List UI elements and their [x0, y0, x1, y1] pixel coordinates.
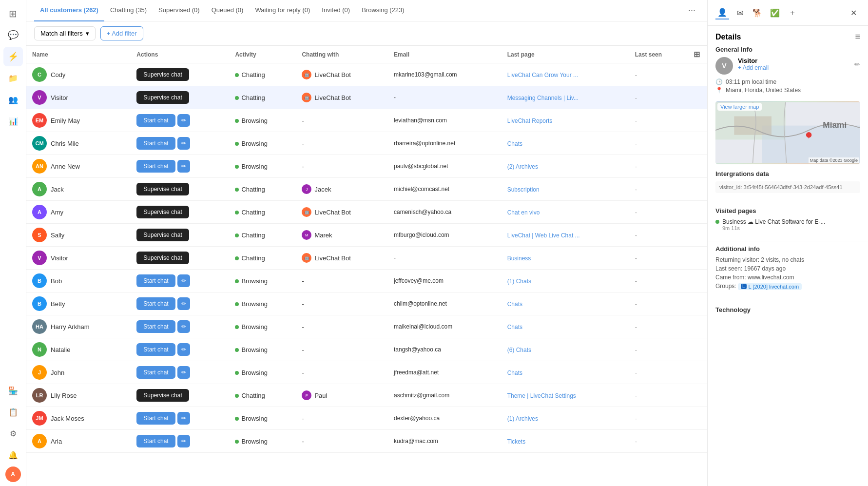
user-avatar[interactable]: A — [5, 467, 21, 482]
last-page-link[interactable]: Chats — [507, 140, 522, 147]
row-options-cell — [688, 63, 707, 86]
start-chat-button[interactable]: Start chat — [136, 274, 175, 287]
sidebar-item-chat[interactable]: 💬 — [3, 25, 23, 45]
last-page-link[interactable]: LiveChat | Web Live Chat ... — [507, 232, 580, 239]
tabs-more-button[interactable]: ··· — [684, 3, 699, 18]
sidebar-item-marketplace[interactable]: 🏪 — [3, 381, 23, 400]
edit-customer-button[interactable]: ✏ — [177, 137, 190, 150]
table-row[interactable]: A Jack Supervise chatChattingJJacekmichi… — [26, 178, 707, 201]
table-row[interactable]: JM Jack Moses Start chat✏Browsing-dexter… — [26, 407, 707, 430]
last-page-link[interactable]: LiveChat Can Grow Your ... — [507, 72, 578, 78]
supervise-chat-button[interactable]: Supervise chat — [136, 389, 189, 402]
last-page-link[interactable]: Business — [507, 255, 531, 262]
edit-customer-button[interactable]: ✏ — [177, 412, 190, 425]
chatting-with-cell: - — [296, 338, 388, 361]
view-larger-map-link[interactable]: View larger map — [717, 103, 762, 111]
tab-all-customers[interactable]: All customers (262) — [34, 0, 104, 21]
table-row[interactable]: A Amy Supervise chatChatting🤖LiveChat Bo… — [26, 201, 707, 224]
last-page-link[interactable]: Theme | LiveChat Settings — [507, 392, 576, 399]
last-page-link[interactable]: Chats — [507, 324, 522, 330]
sidebar-item-home[interactable]: ⊞ — [3, 4, 23, 23]
last-page-link[interactable]: Chat en vivo — [507, 209, 540, 216]
table-row[interactable]: B Bob Start chat✏Browsing-jeffcovey@me.c… — [26, 270, 707, 292]
start-chat-button[interactable]: Start chat — [136, 160, 175, 173]
start-chat-button[interactable]: Start chat — [136, 343, 175, 356]
table-row[interactable]: V Visitor Supervise chatChatting🤖LiveCha… — [26, 247, 707, 270]
table-row[interactable]: S Sally Supervise chatChattingMMarekmfbu… — [26, 224, 707, 247]
panel-icon-person[interactable]: 👤 — [715, 6, 729, 19]
last-page-link[interactable]: (6) Chats — [507, 347, 531, 353]
tab-queued[interactable]: Queued (0) — [206, 0, 250, 21]
table-row[interactable]: EM Emily May Start chat✏Browsing-leviath… — [26, 109, 707, 132]
tab-supervised[interactable]: Supervised (0) — [153, 0, 206, 21]
sidebar-item-team[interactable]: 👥 — [3, 90, 23, 109]
table-row[interactable]: CM Chris Mile Start chat✏Browsing-rbarre… — [26, 132, 707, 155]
tab-browsing[interactable]: Browsing (223) — [356, 0, 410, 21]
start-chat-button[interactable]: Start chat — [136, 435, 175, 447]
columns-icon[interactable]: ⊞ — [694, 50, 700, 58]
action-cell: Start chat✏ — [131, 430, 229, 453]
supervise-chat-button[interactable]: Supervise chat — [136, 183, 189, 195]
panel-icon-plus[interactable]: ＋ — [786, 6, 799, 19]
start-chat-button[interactable]: Start chat — [136, 412, 175, 425]
start-chat-button[interactable]: Start chat — [136, 366, 175, 379]
supervise-chat-button[interactable]: Supervise chat — [136, 252, 189, 264]
sidebar-item-settings[interactable]: ⚙ — [3, 424, 23, 443]
add-filter-button[interactable]: + Add filter — [100, 26, 143, 40]
edit-customer-button[interactable]: ✏ — [177, 366, 190, 379]
sidebar-item-billing[interactable]: 📋 — [3, 402, 23, 422]
sidebar-item-archives[interactable]: 📁 — [3, 68, 23, 88]
table-row[interactable]: V Visitor Supervise chatChatting🤖LiveCha… — [26, 86, 707, 109]
sidebar-item-reports[interactable]: 📊 — [3, 111, 23, 131]
start-chat-button[interactable]: Start chat — [136, 114, 175, 127]
visited-page-time: 9m 11s — [722, 225, 825, 231]
table-row[interactable]: C Cody Supervise chatChatting🤖LiveChat B… — [26, 63, 707, 86]
edit-customer-button[interactable]: ✏ — [177, 160, 190, 173]
tab-invited[interactable]: Invited (0) — [316, 0, 356, 21]
table-row[interactable]: B Betty Start chat✏Browsing-chlim@optonl… — [26, 292, 707, 315]
last-page-link[interactable]: Chats — [507, 301, 522, 308]
table-row[interactable]: HA Harry Arkham Start chat✏Browsing-maik… — [26, 315, 707, 338]
details-filter-icon[interactable]: ≡ — [855, 32, 860, 42]
last-page-link[interactable]: Chats — [507, 369, 522, 376]
table-row[interactable]: N Natalie Start chat✏Browsing-tangsh@yah… — [26, 338, 707, 361]
last-page-link[interactable]: (2) Archives — [507, 163, 538, 170]
edit-customer-button[interactable]: ✏ — [177, 435, 190, 447]
edit-customer-button[interactable]: ✏ — [177, 114, 190, 127]
edit-customer-button[interactable]: ✏ — [177, 297, 190, 310]
panel-icon-check[interactable]: ✅ — [768, 6, 782, 19]
supervise-chat-button[interactable]: Supervise chat — [136, 206, 189, 218]
sidebar-item-engage[interactable]: ⚡ — [3, 47, 23, 66]
start-chat-button[interactable]: Start chat — [136, 297, 175, 310]
last-page-link[interactable]: (1) Archives — [507, 415, 538, 422]
add-email-link[interactable]: + Add email — [738, 64, 769, 71]
supervise-chat-button[interactable]: Supervise chat — [136, 229, 189, 241]
table-row[interactable]: J John Start chat✏Browsing-jfreedma@att.… — [26, 361, 707, 384]
supervise-chat-button[interactable]: Supervise chat — [136, 91, 189, 104]
col-options[interactable]: ⊞ — [688, 46, 707, 63]
close-panel-button[interactable]: ✕ — [847, 6, 860, 19]
start-chat-button[interactable]: Start chat — [136, 320, 175, 333]
match-all-filters-dropdown[interactable]: Match all filters ▾ — [34, 26, 96, 40]
panel-icon-dog[interactable]: 🐕 — [751, 6, 764, 19]
start-chat-button[interactable]: Start chat — [136, 137, 175, 150]
tab-waiting[interactable]: Waiting for reply (0) — [249, 0, 316, 21]
visitor-avatar: V — [715, 57, 733, 75]
last-page-link[interactable]: Subscription — [507, 186, 540, 193]
sidebar-item-news[interactable]: 🔔 — [3, 445, 23, 465]
last-page-link[interactable]: Messaging Channels | Liv... — [507, 95, 579, 101]
tab-chatting[interactable]: Chatting (35) — [104, 0, 153, 21]
last-page-link[interactable]: (1) Chats — [507, 278, 531, 285]
table-row[interactable]: A Aria Start chat✏Browsing-kudra@mac.com… — [26, 430, 707, 453]
edit-customer-button[interactable]: ✏ — [177, 320, 190, 333]
edit-customer-button[interactable]: ✏ — [177, 343, 190, 356]
table-row[interactable]: LR Lily Rose Supervise chatChattingPPaul… — [26, 384, 707, 407]
edit-visitor-icon[interactable]: ✏ — [854, 60, 860, 68]
customer-name: Aria — [51, 438, 62, 445]
panel-icon-email[interactable]: ✉ — [733, 6, 747, 19]
last-page-link[interactable]: Tickets — [507, 438, 526, 445]
edit-customer-button[interactable]: ✏ — [177, 274, 190, 287]
supervise-chat-button[interactable]: Supervise chat — [136, 68, 189, 81]
table-row[interactable]: AN Anne New Start chat✏Browsing-paulv@sb… — [26, 155, 707, 178]
last-page-link[interactable]: LiveChat Reports — [507, 117, 553, 124]
